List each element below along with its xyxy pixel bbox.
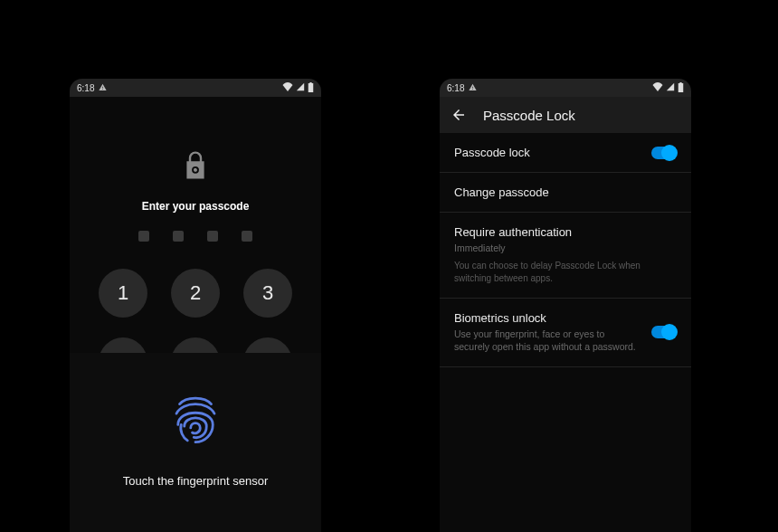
setting-require-auth[interactable]: Require authentication Immediately You c… (440, 213, 691, 299)
pin-dot (173, 231, 184, 242)
signal-icon (296, 82, 305, 93)
lock-area: Enter your passcode 1 2 3 4 5 6 (70, 97, 321, 386)
wifi-icon (282, 82, 293, 93)
warning-icon (469, 83, 477, 93)
wifi-icon (652, 82, 663, 93)
setting-title: Change passcode (454, 185, 549, 199)
setting-subtitle: Immediately (454, 242, 677, 254)
fingerprint-prompt: Touch the fingerprint sensor (123, 474, 268, 488)
pin-indicator (138, 231, 252, 242)
settings-list: Passcode lock Change passcode Require au… (440, 133, 691, 367)
pin-dot (207, 231, 218, 242)
status-time: 6:18 (447, 83, 464, 93)
svg-point-1 (196, 168, 198, 170)
setting-description: You can choose to delay Passcode Lock wh… (454, 260, 677, 285)
setting-passcode-lock[interactable]: Passcode lock (440, 133, 691, 173)
fingerprint-sheet: Touch the fingerprint sensor (70, 353, 321, 532)
setting-title: Biometrics unlock (454, 311, 640, 325)
phone-lock-screen: 6:18 (70, 79, 321, 532)
back-icon[interactable] (451, 107, 467, 123)
toggle-biometrics[interactable] (651, 326, 677, 338)
key-1[interactable]: 1 (99, 269, 147, 318)
signal-icon (666, 82, 675, 93)
page-title: Passcode Lock (483, 108, 575, 123)
setting-biometrics[interactable]: Biometrics unlock Use your fingerprint, … (440, 299, 691, 366)
warning-icon (99, 83, 107, 93)
battery-icon (678, 82, 684, 94)
status-bar: 6:18 (440, 79, 691, 97)
status-bar: 6:18 (70, 79, 321, 97)
pin-dot (138, 231, 149, 242)
setting-change-passcode[interactable]: Change passcode (440, 173, 691, 213)
setting-description: Use your fingerprint, face or eyes to se… (454, 328, 640, 353)
app-bar: Passcode Lock (440, 97, 691, 133)
setting-title: Require authentication (454, 225, 677, 239)
passcode-prompt: Enter your passcode (142, 200, 250, 213)
fingerprint-icon[interactable] (170, 393, 221, 452)
phone-settings-screen: 6:18 Passcode Lock (440, 79, 691, 532)
toggle-passcode-lock[interactable] (651, 147, 677, 159)
key-2[interactable]: 2 (171, 269, 220, 318)
battery-icon (308, 82, 314, 94)
status-time: 6:18 (77, 83, 94, 93)
pin-dot (242, 231, 252, 242)
setting-title: Passcode lock (454, 146, 530, 159)
key-3[interactable]: 3 (243, 269, 292, 318)
lock-icon (182, 149, 209, 182)
